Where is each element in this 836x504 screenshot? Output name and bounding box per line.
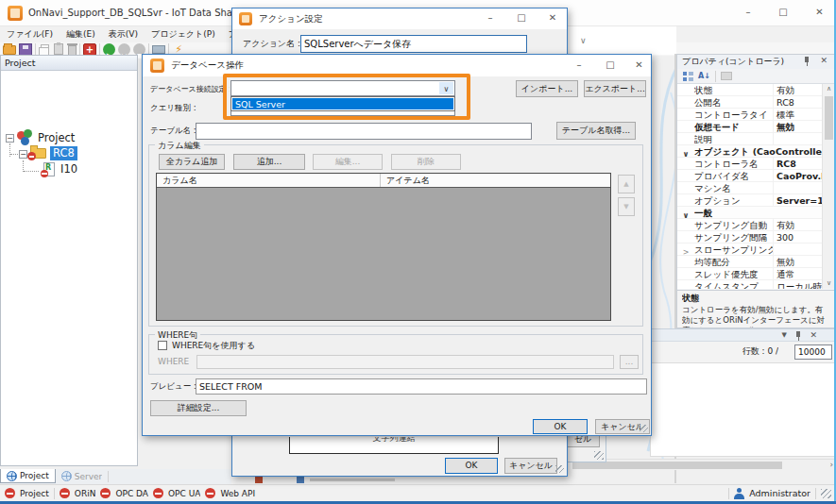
- minimize-button[interactable]: [476, 8, 504, 29]
- property-row[interactable]: サンプリング間隔300: [677, 231, 822, 244]
- column-header-item[interactable]: アイテム名: [381, 174, 610, 187]
- where-input[interactable]: [196, 355, 614, 369]
- advanced-settings-button[interactable]: 詳細設定...: [150, 400, 247, 416]
- chevron-down-icon: [677, 207, 694, 218]
- copy-icon[interactable]: [41, 44, 49, 55]
- project-panel-header: Project: [1, 56, 137, 71]
- property-row[interactable]: スレッド優先度通常: [677, 268, 822, 280]
- property-row[interactable]: 状態有効: [677, 84, 822, 96]
- add-controller-icon[interactable]: [83, 43, 96, 56]
- tree-expander[interactable]: [6, 134, 14, 143]
- get-table-name-button[interactable]: テーブル名取得...: [556, 122, 636, 140]
- data-grid-empty: [650, 362, 836, 457]
- edit-column-button[interactable]: 編集...: [313, 154, 383, 170]
- property-row[interactable]: 公開名RC8: [677, 96, 822, 109]
- property-row[interactable]: タイムスタンプローカル時間: [677, 280, 822, 289]
- status-user: Administrator: [749, 488, 810, 498]
- delete-column-button[interactable]: 削除: [391, 154, 461, 170]
- separator: [815, 488, 816, 499]
- tree-item-i10[interactable]: I10: [60, 162, 77, 176]
- action-ok-button[interactable]: OK: [445, 458, 498, 474]
- pin-icon[interactable]: [794, 331, 802, 341]
- categorize-icon[interactable]: [683, 72, 693, 81]
- property-row[interactable]: コントローラ名RC8: [677, 158, 822, 170]
- property-row[interactable]: オプションServer=192.168.1.: [677, 194, 822, 207]
- close-icon[interactable]: ✕: [810, 330, 817, 340]
- add-column-button[interactable]: 追加...: [233, 154, 305, 170]
- property-row[interactable]: コントローラタイ標準: [677, 109, 822, 121]
- pause-icon[interactable]: [118, 43, 130, 56]
- scroll-right-icon[interactable]: ›: [829, 460, 833, 470]
- app-icon: [8, 6, 23, 21]
- tree-item-project[interactable]: Project: [38, 131, 75, 144]
- action-cancel-button[interactable]: キャンセル: [504, 458, 557, 474]
- columns-table[interactable]: カラム名 アイテム名: [156, 173, 611, 321]
- property-category[interactable]: オブジェクト (CaoController): [677, 145, 822, 158]
- dropdown-icon[interactable]: ▼: [782, 331, 787, 339]
- properties-header: プロパティ(コントローラ) ✕: [677, 55, 835, 69]
- minimize-button[interactable]: [567, 55, 591, 76]
- move-down-button[interactable]: ▼: [618, 197, 635, 216]
- move-up-button[interactable]: ▲: [618, 175, 635, 193]
- separator: [715, 71, 716, 82]
- action-name-label: アクション名 :: [243, 38, 300, 50]
- window-title: OnNavi_Support_DB_SQLSvr - IoT Data Shar…: [28, 0, 242, 26]
- menu-project[interactable]: プロジェクト(P): [145, 28, 222, 41]
- menu-file[interactable]: ファイル(F): [0, 28, 60, 41]
- where-checkbox[interactable]: [158, 341, 167, 350]
- action-list-text: 文字列連結: [290, 437, 498, 445]
- delete-icon[interactable]: [68, 45, 77, 56]
- open-folder-icon[interactable]: [3, 45, 16, 55]
- property-row[interactable]: スローサンプリング: [677, 244, 822, 256]
- maximize-button[interactable]: [598, 55, 623, 76]
- horizontal-scrollbar[interactable]: ›: [567, 459, 836, 470]
- property-row[interactable]: サンプリング自動有効: [677, 219, 822, 231]
- property-row[interactable]: マシン名: [677, 182, 822, 194]
- menu-view[interactable]: 表示(V): [102, 28, 145, 41]
- row-count-input[interactable]: 10000: [794, 344, 832, 360]
- property-category[interactable]: 一般: [677, 207, 822, 219]
- paste-icon[interactable]: [54, 43, 63, 55]
- status-stopped-icon: [153, 488, 163, 498]
- close-button[interactable]: [627, 55, 651, 76]
- scrollbar-thumb[interactable]: [572, 462, 782, 469]
- db-ok-button[interactable]: OK: [533, 419, 588, 434]
- property-row[interactable]: 均等配分無効: [677, 256, 822, 268]
- sort-az-icon[interactable]: A↓: [698, 72, 710, 80]
- status-stopped-icon: [5, 488, 15, 498]
- add-all-columns-button[interactable]: 全カラム追加: [159, 154, 225, 170]
- maximize-button[interactable]: [507, 8, 536, 29]
- property-row[interactable]: 仮想モード無効: [677, 121, 822, 133]
- monitor-icon[interactable]: [152, 45, 165, 54]
- menu-edit[interactable]: 編集(E): [60, 28, 102, 41]
- export-button[interactable]: エクスポート...: [584, 80, 646, 97]
- close-button[interactable]: [803, 0, 836, 26]
- action-name-input[interactable]: SQLServerへデータ保存: [300, 35, 527, 53]
- pin-icon[interactable]: [803, 57, 810, 66]
- save-icon[interactable]: [19, 43, 32, 56]
- run-icon[interactable]: [103, 43, 115, 56]
- action-dialog-title: アクション設定: [259, 13, 323, 25]
- dock-tabs: Project Server: [0, 469, 231, 484]
- close-icon[interactable]: ✕: [820, 56, 827, 65]
- controller-folder-icon: [30, 146, 47, 160]
- table-name-input[interactable]: [196, 123, 532, 140]
- import-button[interactable]: インポート...: [516, 80, 578, 97]
- row-count-bar: 行数 : 0 / 10000: [650, 342, 836, 362]
- minimize-button[interactable]: [733, 0, 763, 26]
- tab-project[interactable]: Project: [0, 469, 56, 483]
- data-panel-header: ▼ ✕: [650, 328, 836, 342]
- property-row[interactable]: プロバイダ名CaoProv.DENSO.R(: [677, 170, 822, 182]
- tab-server[interactable]: Server: [56, 469, 109, 483]
- project-panel-title: Project: [1, 56, 137, 70]
- maximize-button[interactable]: [767, 0, 799, 26]
- where-browse-button[interactable]: ...: [620, 355, 639, 369]
- status-orin: ORiN: [75, 489, 96, 498]
- tree-expander[interactable]: [19, 150, 27, 159]
- property-row[interactable]: 説明: [677, 133, 822, 145]
- tab-icon: [297, 477, 304, 483]
- close-button[interactable]: [538, 8, 567, 29]
- column-header-name[interactable]: カラム名: [157, 174, 381, 187]
- row-count-label: 行数 : 0 /: [697, 345, 778, 358]
- tree-item-rc8-selected[interactable]: RC8: [50, 146, 77, 160]
